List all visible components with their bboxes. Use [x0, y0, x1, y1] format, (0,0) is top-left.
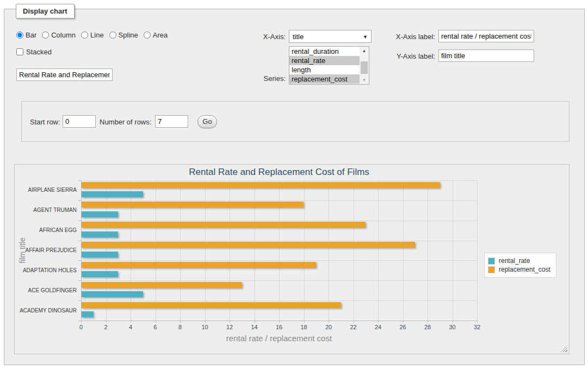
chart-type-option-bar[interactable]: Bar [16, 31, 36, 39]
legend-item-replacement_cost: replacement_cost [488, 266, 550, 273]
legend-swatch-icon [488, 258, 495, 265]
x-tick-label: 14 [246, 324, 263, 330]
num-rows-input[interactable] [155, 115, 188, 128]
stacked-checkbox[interactable] [16, 48, 23, 55]
series-option-rental_duration[interactable]: rental_duration [289, 47, 360, 56]
resize-handle-icon[interactable] [561, 346, 567, 352]
gridline-x-24 [378, 180, 379, 321]
x-tick-label: 20 [320, 324, 337, 330]
x-tick-label: 24 [370, 324, 386, 330]
series-listbox[interactable]: rental_durationrental_ratelengthreplacem… [289, 46, 369, 85]
chart-title-input[interactable] [16, 68, 113, 81]
y-tickmark-0 [78, 180, 81, 181]
y-axis-label-caption: Y-Axis label: [381, 52, 435, 60]
bar-rental_rate [82, 211, 118, 217]
gridline-x-32 [477, 180, 478, 321]
chart-type-option-line[interactable]: Line [81, 31, 104, 39]
radio-line[interactable] [81, 32, 88, 39]
series-option-replacement_cost[interactable]: replacement_cost [289, 74, 360, 84]
bar-replacement_cost [82, 282, 242, 288]
stacked-option[interactable]: Stacked [16, 48, 52, 56]
bar-replacement_cost [82, 302, 341, 308]
x-tick-label: 2 [98, 324, 114, 330]
x-tick-label: 0 [73, 324, 89, 330]
x-tick-label: 28 [419, 324, 436, 330]
gridline-x-20 [329, 180, 329, 321]
x-tick-label: 6 [147, 324, 164, 330]
y-tickmark-6 [78, 300, 81, 301]
chart-type-radio-group: BarColumnLineSplineArea [16, 31, 173, 39]
x-tick-label: 8 [172, 324, 188, 330]
radio-spline[interactable] [109, 32, 116, 39]
bar-rental_rate [82, 252, 118, 258]
scroll-up-icon[interactable]: ▲ [360, 47, 369, 55]
x-tick-label: 32 [469, 324, 485, 330]
gridline-x-30 [453, 180, 453, 321]
x-axis-label-caption: X-Axis label: [381, 33, 435, 41]
panel-legend: Display chart [16, 4, 75, 18]
series-caption: Series: [228, 74, 286, 83]
page: Display chart BarColumnLineSplineArea St… [0, 0, 588, 370]
gridline-x-26 [403, 180, 404, 321]
category-label: AFFAIR PREJUDICE [15, 247, 77, 253]
x-axis-select[interactable]: title ▼ [289, 30, 372, 43]
start-row-input[interactable] [63, 115, 96, 128]
series-option-length[interactable]: length [289, 65, 360, 74]
y-tickmark-3 [78, 241, 81, 241]
gridline-y-7 [81, 321, 477, 321]
bar-replacement_cost [82, 182, 440, 188]
x-tick-label: 30 [444, 324, 461, 330]
radio-bar[interactable] [16, 32, 23, 39]
x-tick-label: 12 [221, 324, 238, 330]
x-axis-label-input[interactable] [438, 30, 534, 42]
x-tick-label: 10 [197, 324, 213, 330]
y-tickmark-1 [78, 200, 81, 201]
chart-type-option-column[interactable]: Column [42, 31, 76, 39]
go-button[interactable]: Go [197, 115, 217, 128]
bar-replacement_cost [82, 222, 366, 228]
bar-replacement_cost [82, 242, 415, 248]
x-tick-label: 18 [296, 324, 312, 330]
x-axis-selected-value: title [293, 33, 304, 41]
gridline-x-28 [428, 180, 428, 321]
chart-panel: Rental Rate and Replacement Cost of Film… [14, 164, 570, 354]
legend-item-rental_rate: rental_rate [488, 257, 550, 265]
legend-label: rental_rate [499, 257, 530, 265]
radio-area[interactable] [144, 32, 151, 39]
bar-rental_rate [82, 311, 94, 317]
x-tick-label: 26 [395, 324, 411, 330]
series-scrollbar[interactable]: ▲ ▼ [360, 47, 369, 84]
num-rows-label: Number of rows: [100, 118, 151, 126]
x-tick-label: 4 [122, 324, 139, 330]
category-label: ACE GOLDFINGER [15, 287, 77, 293]
radio-column[interactable] [42, 32, 49, 39]
gridline-x-18 [304, 180, 305, 321]
category-label: AFRICAN EGG [15, 227, 77, 233]
y-axis-label-input[interactable] [438, 49, 534, 62]
legend-label: replacement_cost [499, 266, 550, 273]
chart-type-option-spline[interactable]: Spline [109, 31, 138, 39]
x-tick-label: 22 [345, 324, 362, 330]
stacked-label: Stacked [26, 48, 52, 56]
chart-legend: rental_ratereplacement_cost [484, 253, 556, 278]
scroll-down-icon[interactable]: ▼ [360, 76, 369, 84]
gridline-y-4 [81, 260, 477, 261]
scroll-thumb[interactable] [361, 61, 368, 74]
y-tickmark-5 [78, 280, 81, 281]
series-option-rental_rate[interactable]: rental_rate [289, 56, 360, 65]
bar-replacement_cost [82, 262, 316, 268]
bar-rental_rate [82, 291, 143, 297]
stacked-row: Stacked [16, 48, 52, 56]
series-options: rental_durationrental_ratelengthreplacem… [289, 47, 369, 84]
start-row-label: Start row: [30, 118, 60, 126]
y-tickmark-2 [78, 221, 81, 221]
chart-type-option-area[interactable]: Area [144, 31, 168, 39]
bar-replacement_cost [82, 202, 304, 208]
y-tickmark-7 [78, 321, 81, 321]
x-axis-title: rental rate / replacement cost [81, 334, 477, 343]
category-label: AGENT TRUMAN [15, 207, 77, 213]
y-tickmark-4 [78, 260, 81, 261]
x-tickmark-32 [477, 321, 478, 323]
bar-rental_rate [82, 231, 118, 237]
gridline-x-22 [354, 180, 354, 321]
